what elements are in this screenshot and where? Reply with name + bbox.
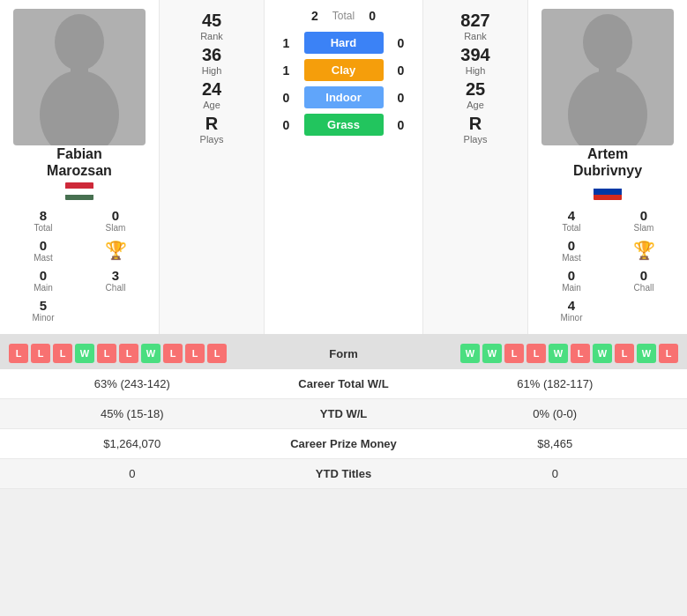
- right-mast-value: 0: [537, 238, 606, 253]
- right-age-item: 25 Age: [466, 79, 485, 110]
- left-total-cell: 8 Total: [7, 205, 79, 235]
- left-total-value: 8: [9, 208, 78, 223]
- left-player-flag: [65, 182, 93, 200]
- indoor-badge: Indoor: [304, 86, 384, 108]
- svg-rect-2: [71, 65, 88, 78]
- form-pill-left: L: [97, 344, 116, 363]
- clay-right-num: 0: [392, 63, 410, 78]
- left-mast-value: 0: [9, 238, 78, 253]
- left-main-value: 0: [9, 268, 78, 283]
- left-player-area: FabianMarozsan 8 Total 0 Slam 0 M: [0, 0, 159, 334]
- stats-left-value: 45% (15-18): [0, 399, 265, 428]
- right-plays-label: Plays: [464, 134, 488, 145]
- left-chall-label: Chall: [81, 283, 150, 293]
- form-pill-left: L: [53, 344, 72, 363]
- left-high-value: 36: [202, 45, 221, 65]
- left-slam-cell: 0 Slam: [79, 205, 152, 235]
- clay-badge: Clay: [304, 59, 384, 81]
- hard-right-num: 0: [392, 36, 410, 50]
- form-pill-right: W: [460, 344, 480, 363]
- hard-left-num: 1: [278, 36, 295, 50]
- left-plays-item: R Plays: [200, 114, 224, 145]
- stats-row: 0YTD Titles0: [0, 459, 687, 489]
- total-row: 2 Total 0: [306, 9, 381, 23]
- right-high-label: High: [466, 65, 486, 76]
- svg-point-0: [55, 14, 104, 71]
- svg-point-1: [40, 71, 119, 145]
- stats-row: 63% (243-142)Career Total W/L61% (182-11…: [0, 369, 687, 399]
- left-main-cell: 0 Main: [7, 265, 79, 295]
- stats-right-value: 0% (0-0): [423, 399, 688, 428]
- form-pill-left: L: [185, 344, 205, 363]
- right-mast-label: Mast: [537, 253, 606, 263]
- left-minor-label: Minor: [9, 313, 78, 323]
- right-main-value: 0: [537, 268, 606, 283]
- right-player-name: ArtemDubrivnyy: [573, 145, 642, 179]
- right-plays-item: R Plays: [464, 114, 488, 145]
- indoor-row: 0 Indoor 0: [278, 86, 410, 108]
- right-player-flag: [594, 182, 622, 200]
- stats-left-value: 0: [0, 459, 265, 488]
- form-pill-right: L: [615, 344, 634, 363]
- stats-row: $1,264,070Career Prize Money$8,465: [0, 429, 687, 459]
- left-main-label: Main: [9, 283, 78, 293]
- stats-center-label: Career Total W/L: [265, 369, 423, 398]
- left-trophy-icon: 🏆: [79, 235, 152, 265]
- right-minor-label: Minor: [537, 313, 606, 323]
- right-mast-cell: 0 Mast: [535, 235, 608, 265]
- form-pill-left: L: [119, 344, 138, 363]
- right-high-value: 394: [460, 45, 489, 65]
- indoor-left-num: 0: [278, 91, 295, 105]
- left-plays-value: R: [205, 114, 218, 134]
- right-middle-stats: 827 Rank 394 High 25 Age R Plays: [422, 0, 528, 334]
- right-total-label: Total: [537, 223, 606, 233]
- form-pill-right: W: [482, 344, 502, 363]
- indoor-right-num: 0: [392, 91, 410, 105]
- total-right-num: 0: [363, 9, 381, 23]
- form-pill-left: L: [9, 344, 28, 363]
- right-minor-cell: 4 Minor: [535, 295, 608, 325]
- svg-rect-5: [599, 65, 616, 78]
- right-player-avatar: [541, 9, 674, 145]
- left-slam-label: Slam: [81, 223, 150, 233]
- left-mast-cell: 0 Mast: [7, 235, 79, 265]
- left-rank-label: Rank: [200, 31, 223, 41]
- left-plays-label: Plays: [200, 134, 224, 145]
- grass-badge: Grass: [304, 114, 384, 136]
- left-age-value: 24: [202, 79, 221, 100]
- left-rank-value: 45: [202, 11, 221, 31]
- grass-right-num: 0: [392, 118, 410, 132]
- left-slam-value: 0: [81, 208, 150, 223]
- left-total-label: Total: [9, 223, 78, 233]
- form-pill-left: W: [141, 344, 161, 363]
- form-pill-right: W: [637, 344, 656, 363]
- right-minor-value: 4: [537, 298, 606, 313]
- right-main-cell: 0 Main: [535, 265, 608, 295]
- grass-row: 0 Grass 0: [278, 114, 410, 136]
- clay-row: 1 Clay 0: [278, 59, 410, 81]
- form-pill-right: W: [549, 344, 568, 363]
- right-player-stats: 4 Total 0 Slam 0 Mast 🏆 0 Main 0: [535, 205, 680, 325]
- right-plays-value: R: [469, 114, 482, 134]
- left-high-item: 36 High: [202, 45, 222, 76]
- stats-right-value: 61% (182-117): [423, 369, 688, 398]
- stats-right-value: 0: [423, 459, 688, 488]
- right-player-area: ArtemDubrivnyy 4 Total 0 Slam 0 M: [528, 0, 687, 334]
- right-total-value: 4: [537, 208, 606, 223]
- total-label: Total: [332, 10, 355, 22]
- right-chall-value: 0: [609, 268, 678, 283]
- left-chall-value: 3: [81, 268, 150, 283]
- player-comparison-section: FabianMarozsan 8 Total 0 Slam 0 M: [0, 0, 687, 334]
- form-right-pills: WWLLWLWLWL: [383, 344, 679, 363]
- left-middle-stats: 45 Rank 36 High 24 Age R Plays: [159, 0, 265, 334]
- right-age-label: Age: [467, 100, 484, 110]
- right-chall-cell: 0 Chall: [608, 265, 680, 295]
- right-chall-label: Chall: [609, 283, 678, 293]
- svg-point-4: [568, 71, 647, 145]
- left-minor-value: 5: [9, 298, 78, 313]
- stats-left-value: $1,264,070: [0, 429, 265, 458]
- right-slam-value: 0: [609, 208, 678, 223]
- hard-badge: Hard: [304, 32, 384, 54]
- left-age-label: Age: [203, 100, 220, 110]
- left-minor-cell: 5 Minor: [7, 295, 79, 325]
